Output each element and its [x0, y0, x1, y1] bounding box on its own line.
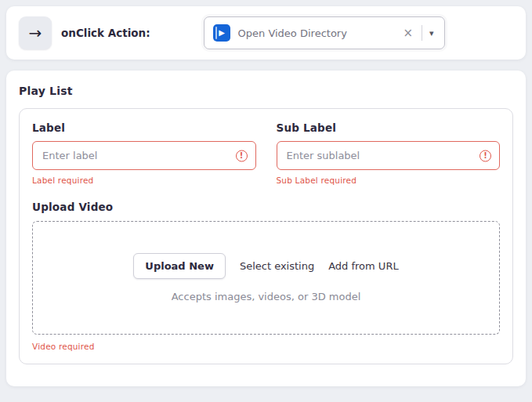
sublabel-field-group: Sub Label ! Sub Label required [277, 121, 501, 185]
sublabel-error-text: Sub Label required [277, 176, 501, 185]
upload-video-label: Upload Video [32, 201, 500, 213]
label-input[interactable] [32, 141, 256, 170]
onclick-action-dropdown[interactable]: ▶ Open Video Directory × ▾ [204, 16, 445, 49]
select-existing-link[interactable]: Select existing [240, 260, 314, 272]
sublabel-input[interactable] [277, 141, 501, 170]
dropdown-selected-value: Open Video Directory [238, 27, 398, 39]
chevron-down-icon[interactable]: ▾ [425, 28, 438, 38]
playlist-panel: Label ! Label required Sub Label ! Sub L… [19, 108, 513, 364]
label-field-group: Label ! Label required [32, 121, 256, 185]
onclick-action-label: onClick Action: [61, 27, 150, 39]
sublabel-field-label: Sub Label [277, 121, 501, 134]
label-error-text: Label required [32, 176, 256, 185]
label-field-label: Label [32, 121, 256, 134]
play-icon: ▶ [219, 29, 225, 37]
playlist-card: Play List Label ! Label required Sub Lab… [6, 71, 526, 386]
playlist-title: Play List [19, 85, 513, 97]
action-arrow-icon: → [19, 16, 52, 49]
sublabel-error-icon: ! [480, 150, 491, 161]
dropdown-divider [422, 25, 422, 41]
add-from-url-link[interactable]: Add from URL [328, 260, 398, 272]
clear-selection-icon[interactable]: × [397, 26, 418, 40]
video-dropzone[interactable]: Upload New Select existing Add from URL … [32, 221, 500, 335]
arrow-right-icon: → [29, 24, 42, 42]
upload-new-button[interactable]: Upload New [133, 253, 226, 279]
label-error-icon: ! [236, 150, 248, 161]
onclick-action-bar: → onClick Action: ▶ Open Video Directory… [6, 6, 526, 60]
video-directory-icon: ▶ [213, 24, 230, 42]
video-error-text: Video required [32, 342, 500, 351]
dropzone-hint: Accepts images, videos, or 3D model [172, 291, 361, 302]
